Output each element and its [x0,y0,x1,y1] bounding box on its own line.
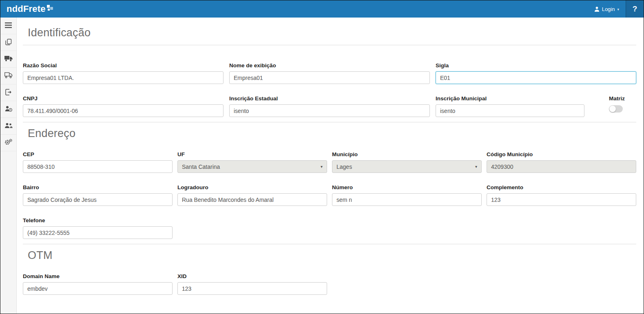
section-divider [23,244,636,244]
brand-logo[interactable]: nddFrete [0,0,54,18]
toggle-knob [609,106,616,112]
cep-input[interactable] [23,160,173,173]
identificacao-row-2: CNPJ Inscrição Estadual Inscrição Munici… [23,95,636,117]
field-nome-exibicao: Nome de exibição [229,62,430,84]
xid-label: XID [177,273,327,279]
uf-select[interactable]: Santa Catarina ▾ [177,160,327,173]
field-complemento: Complemento [487,184,636,206]
user-icon [594,7,600,12]
endereco-row-3: Telefone [23,217,636,239]
main-content: Identificação Razão Social Nome de exibi… [17,18,644,314]
field-numero: Número [332,184,482,206]
sidebar-item-settings[interactable] [0,135,16,151]
otm-row-1: Domain Name XID [23,273,636,295]
sidebar-item-menu[interactable] [0,18,16,34]
field-matriz: Matriz [609,95,636,117]
app-window: nddFrete Login ▾ ? [0,0,644,314]
copy-icon [5,39,12,46]
municipio-select-value: Lages [336,164,352,170]
endereco-row-1: CEP UF Santa Catarina ▾ Município Lages … [23,151,636,173]
codigo-municipio-input [487,160,636,173]
field-inscricao-municipal: Inscrição Municipal [436,95,584,117]
field-telefone: Telefone [23,217,173,239]
complemento-label: Complemento [487,184,636,190]
sidebar-item-user-clock[interactable] [0,101,16,118]
field-inscricao-estadual: Inscrição Estadual [229,95,430,117]
xid-input[interactable] [177,282,327,295]
field-razao-social: Razão Social [23,62,224,84]
sigla-label: Sigla [436,62,636,69]
section-title-otm: OTM [28,249,636,262]
help-label: ? [633,4,637,13]
telefone-label: Telefone [23,217,173,223]
field-bairro: Bairro [23,184,173,206]
numero-input[interactable] [332,193,482,206]
cep-label: CEP [23,151,173,157]
identificacao-row-1: Razão Social Nome de exibição Sigla [23,62,636,84]
field-xid: XID [177,273,327,295]
razao-social-input[interactable] [23,71,224,84]
app-layout: Identificação Razão Social Nome de exibi… [0,18,644,314]
bairro-input[interactable] [23,193,173,206]
cnpj-input[interactable] [23,104,224,117]
login-menu[interactable]: Login ▾ [588,0,626,18]
field-cnpj: CNPJ [23,95,224,117]
sidebar-item-truck[interactable] [0,51,16,68]
brand-name: nddFrete [7,4,46,13]
cogs-icon [4,139,12,147]
inscricao-municipal-input[interactable] [436,104,584,117]
help-button[interactable]: ? [626,0,644,18]
numero-label: Número [332,184,482,190]
municipio-label: Município [332,151,482,157]
field-codigo-municipio: Código Município [487,151,636,173]
sigla-input[interactable] [436,71,636,84]
uf-label: UF [177,151,327,157]
inscricao-estadual-label: Inscrição Estadual [229,95,430,102]
section-divider [23,122,636,122]
field-sigla: Sigla [436,62,636,84]
login-label: Login [602,6,615,12]
cnpj-label: CNPJ [23,95,224,102]
complemento-input[interactable] [487,193,636,206]
inscricao-municipal-matriz-cell: Inscrição Municipal Matriz [436,95,636,117]
field-cep: CEP [23,151,173,173]
chevron-down-icon: ▾ [617,7,619,11]
sidebar-item-users[interactable] [0,118,16,135]
logradouro-input[interactable] [177,193,327,206]
top-bar: nddFrete Login ▾ ? [0,0,644,18]
domain-name-label: Domain Name [23,273,173,279]
bairro-label: Bairro [23,184,173,190]
user-clock-icon [5,106,12,113]
section-title-endereco: Endereço [28,127,636,140]
nome-exibicao-input[interactable] [229,71,430,84]
sidebar-item-copy[interactable] [0,34,16,51]
inscricao-municipal-label: Inscrição Municipal [436,95,584,102]
delivery-truck-icon [4,72,13,80]
razao-social-label: Razão Social [23,62,224,69]
sidebar-item-signout[interactable] [0,84,16,101]
endereco-row-2: Bairro Logradouro Número Complemento [23,184,636,206]
telefone-input[interactable] [23,226,173,239]
users-icon [4,123,13,130]
field-logradouro: Logradouro [177,184,327,206]
inscricao-estadual-input[interactable] [229,104,430,117]
section-divider [23,45,636,45]
field-municipio: Município Lages ▾ [332,151,482,173]
topbar-actions: Login ▾ ? [588,0,644,18]
matriz-label: Matriz [609,95,625,102]
matriz-toggle[interactable] [609,105,623,113]
nome-exibicao-label: Nome de exibição [229,62,430,69]
field-domain-name: Domain Name [23,273,173,295]
truck-icon [4,55,13,63]
field-uf: UF Santa Catarina ▾ [177,151,327,173]
chevron-down-icon: ▾ [321,164,323,169]
menu-icon [5,22,12,29]
uf-select-value: Santa Catarina [182,164,220,170]
sidebar-item-delivery[interactable] [0,68,16,84]
section-title-identificacao: Identificação [28,27,636,39]
logradouro-label: Logradouro [177,184,327,190]
brand-squares-icon [46,5,54,13]
domain-name-input[interactable] [23,282,173,295]
codigo-municipio-label: Código Município [487,151,636,157]
municipio-select[interactable]: Lages ▾ [332,160,482,173]
